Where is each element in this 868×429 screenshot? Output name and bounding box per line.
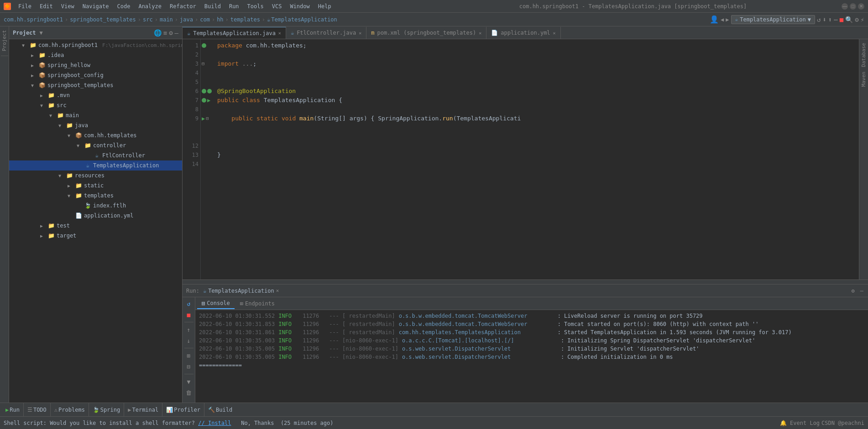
breadcrumb-main[interactable]: main	[160, 16, 173, 23]
tree-item-ftlcontroller[interactable]: ▶ ☕ FtlController	[9, 150, 182, 160]
project-gear-icon[interactable]: ⚙	[169, 29, 173, 36]
tree-item-springboot-templates[interactable]: ▼ 📦 springboot_templates	[9, 80, 182, 90]
tree-item-spring-hellow[interactable]: ▶ 📦 spring_hellow	[9, 60, 182, 70]
tab-close-2[interactable]: ✕	[359, 31, 361, 36]
upload-icon[interactable]: ⬆	[828, 16, 832, 23]
menu-file[interactable]: File	[15, 2, 35, 10]
template-application-dropdown[interactable]: ☕ TemplatesApplication ▼	[731, 15, 815, 24]
settings-icon[interactable]: ⚙	[855, 16, 858, 23]
breadcrumb-module[interactable]: springboot_templates	[70, 16, 136, 23]
menu-run[interactable]: Run	[225, 2, 243, 10]
run-toolbar-btn[interactable]: ▶ Run	[2, 403, 24, 417]
power-icon[interactable]: ⚡	[861, 16, 864, 23]
database-label[interactable]: Database	[860, 41, 868, 69]
maven-label[interactable]: Maven	[860, 70, 868, 88]
project-globe-icon[interactable]: 🌐	[154, 29, 162, 36]
project-dropdown-arrow[interactable]: ▼	[40, 30, 43, 36]
menu-view[interactable]: View	[58, 2, 78, 10]
breadcrumb-src[interactable]: src	[143, 16, 153, 23]
breadcrumb-class-name[interactable]: TemplatesApplication	[271, 16, 337, 23]
tab-templates-application[interactable]: ☕ TemplatesApplication.java ✕	[183, 27, 286, 39]
tab-close-3[interactable]: ✕	[479, 31, 481, 36]
collapse-console-icon[interactable]: ⊞	[184, 351, 193, 360]
menu-refactor[interactable]: Refactor	[166, 2, 200, 10]
tab-console[interactable]: ▤ Console	[197, 298, 235, 309]
scroll-up-icon[interactable]: ↑	[184, 325, 193, 334]
menu-help[interactable]: Help	[314, 2, 335, 10]
event-log-btn[interactable]: 🔔 Event Log	[780, 420, 820, 426]
run-triangle-9[interactable]: ▶	[202, 114, 205, 123]
tab-ftl-controller[interactable]: ☕ FtlController.java ✕	[286, 27, 366, 39]
nav-back-icon[interactable]: ◀	[721, 16, 724, 23]
close-button[interactable]: ✕	[858, 3, 864, 10]
terminal-btn[interactable]: ▶ Terminal	[124, 403, 162, 417]
menu-window[interactable]: Window	[286, 2, 313, 10]
project-sidebar-label[interactable]: Project	[0, 26, 8, 55]
fold-icon-9[interactable]: ⊟	[206, 114, 209, 123]
code-content[interactable]: package com.hh.templates; import ...; @S…	[214, 39, 859, 279]
clear-icon[interactable]: 🗑	[184, 388, 193, 397]
build-btn[interactable]: 🔨 Build	[204, 403, 236, 417]
menu-code[interactable]: Code	[114, 2, 134, 10]
tree-item-springboot-config[interactable]: ▶ 📦 springboot_config	[9, 70, 182, 80]
expand-console-icon[interactable]: ⊟	[184, 362, 193, 371]
menu-vcs[interactable]: VCS	[268, 2, 286, 10]
run-settings-icon[interactable]: ⚙	[851, 287, 856, 295]
tree-item-templatesapp[interactable]: ▶ ☕ TemplatesApplication	[9, 160, 182, 171]
tree-item-package[interactable]: ▼ 📦 com.hh.templates	[9, 130, 182, 140]
nav-forward-icon[interactable]: ▶	[726, 16, 729, 23]
breadcrumb-com[interactable]: com	[200, 16, 210, 23]
back-icon[interactable]: 👤	[710, 15, 719, 24]
restart-icon[interactable]: ↺	[184, 299, 193, 308]
install-link[interactable]: // Install	[198, 420, 231, 426]
menu-build[interactable]: Build	[201, 2, 225, 10]
tab-pom-xml[interactable]: m pom.xml (springboot_templates) ✕	[366, 27, 486, 39]
breadcrumb-hh[interactable]: hh	[217, 16, 223, 23]
menu-navigate[interactable]: Navigate	[79, 2, 113, 10]
tab-application-yml[interactable]: 📄 application.yml ✕	[486, 27, 560, 39]
csdn-label[interactable]: CSDN @peachni	[821, 420, 864, 426]
profiler-btn[interactable]: 📊 Profiler	[162, 403, 204, 417]
more-icon[interactable]: ⋯	[834, 16, 837, 23]
project-list-icon[interactable]: ≡	[163, 29, 167, 36]
breadcrumb-templates[interactable]: templates	[230, 16, 260, 23]
tree-item-java[interactable]: ▼ 📁 java	[9, 120, 182, 130]
download-icon[interactable]: ⬇	[822, 16, 826, 23]
tree-item-src[interactable]: ▼ 📁 src	[9, 100, 182, 110]
tree-item-target[interactable]: ▶ 📁 target	[9, 231, 182, 241]
tree-item-index-ftlh[interactable]: ▶ 🍃 index.ftlh	[9, 201, 182, 211]
breadcrumb-root[interactable]: com.hh.springboot1	[4, 16, 63, 23]
search-icon[interactable]: 🔍	[845, 16, 853, 23]
tree-item-resources[interactable]: ▼ 📁 resources	[9, 171, 182, 181]
fold-icon[interactable]: ⊟	[202, 59, 204, 68]
todo-btn[interactable]: ☰ TODO	[24, 403, 51, 417]
menu-analyze[interactable]: Analyze	[135, 2, 165, 10]
stop-icon[interactable]: ■	[840, 16, 843, 23]
tree-item-root[interactable]: ▼ 📁 com.hh.springboot1 F:\javaFaction\co…	[9, 40, 182, 50]
run-collapse-icon[interactable]: —	[859, 287, 864, 295]
refresh-icon[interactable]: ↺	[817, 16, 821, 23]
tree-item-static[interactable]: ▶ 📁 static	[9, 181, 182, 191]
project-hide-icon[interactable]: —	[175, 29, 178, 36]
menu-tools[interactable]: Tools	[244, 2, 267, 10]
run-close-btn[interactable]: ✕	[276, 288, 279, 294]
tree-item-controller[interactable]: ▼ 📁 controller	[9, 140, 182, 150]
run-triangle-7[interactable]: ▶	[207, 96, 210, 105]
minimize-button[interactable]: —	[842, 3, 848, 10]
menu-edit[interactable]: Edit	[36, 2, 57, 10]
scroll-down-icon[interactable]: ↓	[184, 336, 193, 345]
problems-btn[interactable]: ⚠ Problems	[51, 403, 89, 417]
tree-item-mvn[interactable]: ▶ 📁 .mvn	[9, 90, 182, 100]
editor-scrollbar[interactable]	[183, 279, 868, 284]
tree-item-idea[interactable]: ▶ 📁 .idea	[9, 50, 182, 60]
tab-close-4[interactable]: ✕	[553, 31, 556, 36]
breadcrumb-java[interactable]: java	[180, 16, 193, 23]
spring-btn[interactable]: 🍃 Spring	[89, 403, 124, 417]
tree-item-templates-folder[interactable]: ▼ 📁 templates	[9, 191, 182, 201]
filter-icon[interactable]: ▼	[184, 377, 193, 386]
maximize-button[interactable]: □	[850, 3, 856, 10]
tree-item-main[interactable]: ▼ 📁 main	[9, 110, 182, 120]
tree-item-application-yml[interactable]: ▶ 📄 application.yml	[9, 211, 182, 221]
stop-icon[interactable]: ■	[184, 310, 193, 319]
tree-item-test[interactable]: ▶ 📁 test	[9, 221, 182, 231]
